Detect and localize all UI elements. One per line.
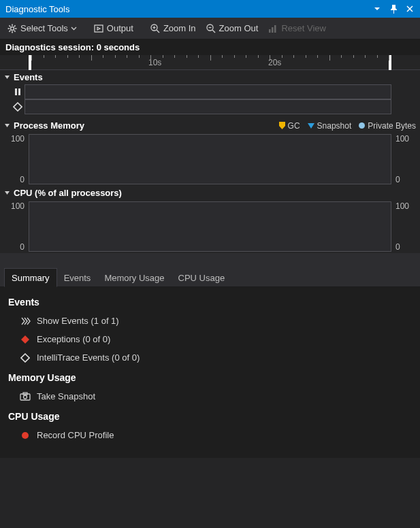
axis-label: 100 [4, 134, 25, 144]
window-menu-icon[interactable] [371, 3, 383, 15]
panel-divider [0, 253, 420, 267]
svg-point-22 [359, 122, 365, 129]
svg-rect-18 [272, 27, 274, 33]
pin-icon[interactable] [387, 3, 400, 15]
svg-line-5 [9, 25, 10, 27]
legend-private-bytes: Private Bytes [358, 121, 416, 131]
events-lane[interactable] [25, 99, 391, 114]
summary-events-header: Events [4, 291, 416, 312]
cpu-graph: 100 0 100 0 [0, 200, 420, 253]
output-label: Output [107, 23, 133, 33]
memory-graph: 100 0 100 0 [0, 133, 420, 186]
select-tools-button[interactable]: Select Tools [4, 22, 80, 35]
events-body [0, 84, 420, 118]
exception-icon [19, 335, 31, 344]
tab-memory-usage[interactable]: Memory Usage [97, 269, 171, 286]
show-events-label: Show Events (1 of 1) [37, 316, 119, 326]
gear-icon [7, 23, 18, 34]
summary-memory-header: Memory Usage [4, 367, 416, 387]
exceptions-label: Exceptions (0 of 0) [37, 334, 110, 344]
cpu-section-title: CPU (% of all processors) [14, 188, 122, 198]
events-lane-intellitrace [29, 99, 391, 114]
record-cpu-label: Record CPU Profile [37, 430, 114, 440]
events-section-title: Events [14, 72, 43, 82]
legend-private-label: Private Bytes [368, 121, 416, 131]
axis-label: 100 [395, 201, 416, 211]
memory-axis-right: 100 0 [391, 133, 420, 186]
events-lane-break [29, 84, 391, 99]
output-button[interactable]: Output [91, 22, 136, 35]
svg-point-0 [11, 27, 14, 30]
zoom-in-icon [150, 23, 161, 34]
zoom-out-icon [206, 23, 216, 34]
record-cpu-link[interactable]: Record CPU Profile [4, 426, 416, 444]
collapse-icon [4, 122, 11, 129]
svg-line-6 [14, 30, 16, 31]
legend-snapshot: Snapshot [307, 121, 352, 131]
summary-cpu-header: CPU Usage [4, 406, 416, 426]
svg-line-7 [14, 25, 16, 27]
events-section-header[interactable]: Events [0, 70, 420, 84]
collapse-icon [4, 74, 11, 80]
cpu-section-header[interactable]: CPU (% of all processors) [0, 186, 420, 200]
intellitrace-icon [19, 353, 31, 363]
events-lane[interactable] [25, 84, 391, 99]
zoom-in-label: Zoom In [163, 23, 196, 33]
memory-section-title: Process Memory [14, 120, 84, 131]
memory-legend: GC Snapshot Private Bytes [278, 121, 416, 131]
reset-view-button[interactable]: Reset View [265, 22, 329, 35]
camera-icon [19, 392, 31, 401]
close-icon[interactable] [404, 3, 416, 15]
collapse-icon [4, 190, 11, 196]
window-buttons [371, 3, 416, 15]
take-snapshot-label: Take Snapshot [37, 391, 95, 401]
tab-summary[interactable]: Summary [4, 268, 57, 287]
cpu-axis-left: 100 0 [0, 200, 29, 253]
reset-view-label: Reset View [281, 23, 326, 33]
timeline-ruler[interactable]: 10s 20s // draw small ticks between mark… [0, 55, 420, 70]
svg-rect-9 [95, 25, 103, 32]
axis-label: 100 [4, 201, 25, 211]
memory-plot[interactable] [29, 134, 391, 184]
toolbar: Select Tools Output Zoom In Zoom Out Res… [0, 18, 420, 39]
tab-cpu-usage[interactable]: CPU Usage [172, 269, 232, 286]
show-events-link[interactable]: Show Events (1 of 1) [4, 312, 416, 330]
intellitrace-label: IntelliTrace Events (0 of 0) [37, 352, 140, 363]
zoom-out-label: Zoom Out [219, 23, 259, 33]
svg-rect-21 [18, 88, 20, 95]
axis-label: 0 [395, 175, 416, 184]
exceptions-link[interactable]: Exceptions (0 of 0) [4, 330, 416, 348]
zoom-out-button[interactable]: Zoom Out [203, 22, 261, 35]
cpu-axis-right: 100 0 [391, 200, 420, 253]
axis-label: 100 [395, 134, 416, 144]
svg-point-26 [22, 432, 29, 439]
axis-label: 0 [4, 242, 25, 252]
select-tools-label: Select Tools [20, 23, 68, 33]
legend-snapshot-label: Snapshot [317, 121, 352, 131]
memory-section-header[interactable]: Process Memory GC Snapshot Private Bytes [0, 118, 420, 133]
svg-line-8 [9, 30, 10, 31]
summary-panel: Events Show Events (1 of 1) Exceptions (… [0, 287, 420, 458]
axis-label: 0 [4, 175, 25, 184]
take-snapshot-link[interactable]: Take Snapshot [4, 387, 416, 406]
axis-label: 0 [395, 242, 416, 252]
record-icon [19, 431, 31, 440]
legend-gc: GC [278, 121, 300, 131]
events-icon [19, 317, 31, 325]
svg-line-15 [212, 30, 215, 33]
cpu-plot[interactable] [29, 201, 391, 252]
svg-line-11 [157, 30, 159, 33]
svg-rect-20 [15, 88, 17, 95]
window-title: Diagnostic Tools [5, 4, 69, 14]
chevron-down-icon [71, 25, 77, 31]
svg-rect-19 [274, 25, 276, 33]
output-icon [93, 23, 104, 34]
detail-tabs: Summary Events Memory Usage CPU Usage [0, 267, 420, 287]
session-status: Diagnostics session: 0 seconds [0, 39, 420, 55]
zoom-in-button[interactable]: Zoom In [147, 22, 199, 35]
intellitrace-link[interactable]: IntelliTrace Events (0 of 0) [4, 348, 416, 367]
reset-view-icon [268, 23, 278, 34]
break-icon [11, 87, 25, 97]
tab-events[interactable]: Events [57, 269, 98, 286]
diamond-icon [11, 102, 25, 112]
